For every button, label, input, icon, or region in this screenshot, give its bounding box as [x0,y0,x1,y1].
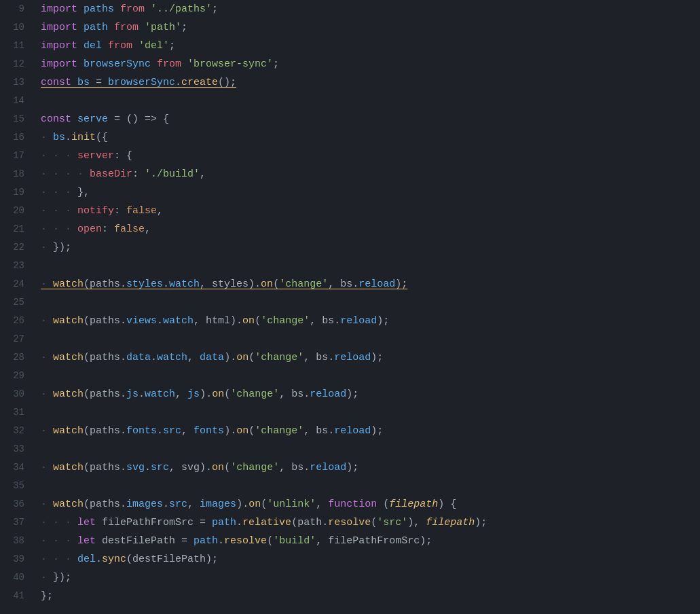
token: watch [163,315,194,327]
token: resolve [224,535,267,547]
token: on [212,462,224,473]
code-line: 10import path from 'path'; [0,18,700,37]
token [139,22,145,33]
token: , [187,352,200,363]
line-number: 29 [0,367,35,385]
token: bs [71,77,96,88]
line-number: 38 [0,532,35,550]
token: destFilePath [96,535,181,547]
token: (destFilePath); [126,554,218,565]
line-content: import browserSync from 'browser-sync'; [35,55,700,73]
token: notify [77,205,114,217]
token: data [126,352,151,363]
token: ); [371,352,383,363]
token: src [169,499,187,510]
line-content: · }); [35,238,700,257]
token: watch [145,389,175,400]
token: ({ [96,132,108,143]
line-number: 40 [0,568,35,587]
line-number: 37 [0,513,35,532]
token: · [41,242,53,253]
code-line: 20· · · notify: false, [0,202,700,220]
code-line: 19· · · }, [0,183,700,202]
token: · · · · [41,168,90,180]
token: on [242,315,255,327]
token: · [41,132,53,143]
code-line: 21· · · open: false, [0,220,700,238]
token: import [41,3,77,15]
code-line: 17· · · server: { [0,147,700,165]
line-content: · · · server: { [35,147,700,165]
token: const [41,113,71,125]
token: from [108,40,132,52]
token: init [71,132,96,143]
token: 'change' [255,352,303,363]
token: (paths. [84,462,126,473]
token: filepath [426,517,475,528]
line-content: · · · · baseDir: './build', [35,165,700,183]
token: 'path' [145,22,181,33]
token: : [102,223,114,235]
token: , [187,499,200,510]
token: 'build' [273,535,316,547]
token: 'change' [230,462,279,473]
token: , [200,168,206,180]
token: ); [371,425,383,437]
token: 'browser-sync' [187,58,273,70]
token: del [77,40,108,52]
code-editor: 9import paths from '../paths';10import p… [0,0,700,614]
token: open [77,223,102,235]
token: baseDir [90,168,132,180]
token: '../paths' [151,3,212,15]
token: reload [334,352,371,363]
token [132,40,139,52]
line-number: 22 [0,238,35,257]
line-content: · watch(paths.views.watch, html).on('cha… [35,312,700,330]
token: ; [181,22,187,33]
token: data [200,352,224,363]
token [145,3,151,15]
token: , [157,205,163,217]
code-line: 26· watch(paths.views.watch, html).on('c… [0,312,700,330]
token: ); [377,315,389,327]
token: serve [71,113,114,125]
line-content: import del from 'del'; [35,37,700,55]
token: ( [267,535,273,547]
code-line: 24· watch(paths.styles.watch, styles).on… [0,275,700,293]
token: on [236,425,248,437]
token: ); [395,278,407,290]
code-line: 33 [0,440,700,458]
token: , bs. [328,278,358,290]
token: · [41,315,53,327]
line-number: 33 [0,440,35,458]
line-number: 26 [0,312,35,330]
token: , bs. [279,389,310,400]
token: src [151,462,169,473]
code-line: 12import browserSync from 'browser-sync'… [0,55,700,73]
line-number: 16 [0,128,35,147]
token: , [181,425,194,437]
line-content: · watch(paths.js.watch, js).on('change',… [35,385,700,403]
token: . [157,315,163,327]
token: 'src' [377,517,407,528]
token: : { [114,150,132,162]
line-number: 39 [0,550,35,568]
code-line: 13const bs = browserSync.create(); [0,73,700,92]
code-line: 40· }); [0,568,700,587]
token: 'change' [255,425,303,437]
line-content: · · · del.sync(destFilePath); [35,550,700,568]
token: ; [169,40,175,52]
line-content: · watch(paths.fonts.src, fonts).on('chan… [35,422,700,440]
token: images [200,499,236,510]
code-line: 32· watch(paths.fonts.src, fonts).on('ch… [0,422,700,440]
token: (paths. [84,315,126,327]
line-number: 27 [0,330,35,348]
line-content: · watch(paths.styles.watch, styles).on('… [35,275,700,293]
token: images [126,499,163,510]
token: · [41,278,53,290]
token: fonts [194,425,224,437]
code-line: 9import paths from '../paths'; [0,0,700,18]
code-line: 15const serve = () => { [0,110,700,128]
token: on [236,352,248,363]
token: on [212,389,224,400]
